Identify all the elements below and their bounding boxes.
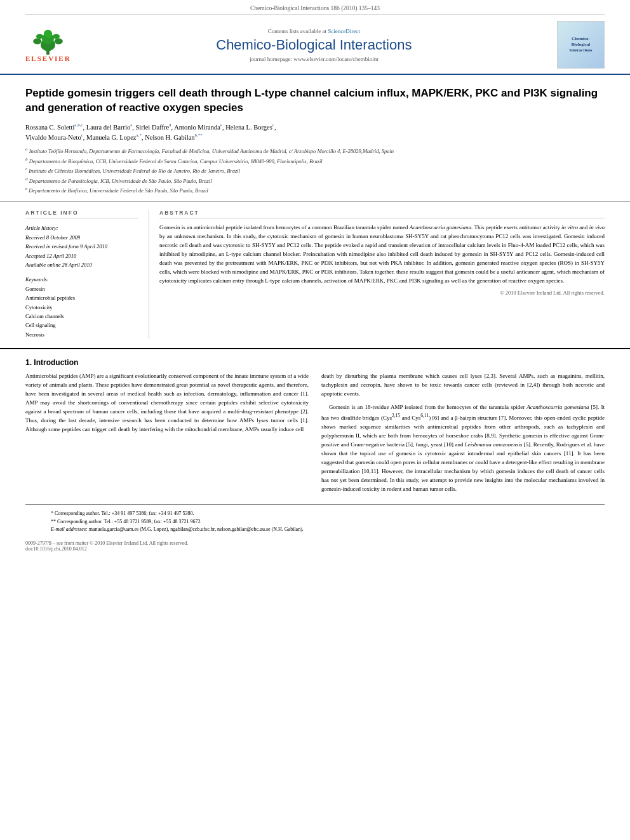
footnote-1: * Corresponding author. Tel.: +34 91 497… [51,510,579,517]
available-date: Available online 28 April 2010 [25,260,138,269]
body-col-right: death by disturbing the plasma membrane … [321,372,605,498]
intro-para-2: death by disturbing the plasma membrane … [321,372,605,399]
affiliation-d: d Departamento de Parasitologia, ICB, Un… [25,176,605,185]
abstract-col: ABSTRACT Gomesin is an antimicrobial pep… [149,210,605,339]
footer-bottom: 0009-2797/$ – see front matter © 2010 El… [0,538,630,554]
elsevier-wordmark: ELSEVIER [25,55,71,62]
science-direct-link[interactable]: ScienceDirect [328,28,359,34]
keyword-1: Gomesin [25,284,138,293]
keywords-label: Keywords: [25,276,138,283]
affiliation-e: e Departamento de Biofísica, Universidad… [25,185,605,195]
keyword-6: Necrosis [25,330,138,339]
keyword-2: Antimicrobial peptides [25,293,138,302]
journal-citation-bar: Chemico-Biological Interactions 186 (201… [25,0,605,15]
copyright: © 2010 Elsevier Ireland Ltd. All rights … [159,290,605,296]
journal-logo-text: Chemico-BiologicalInteractions [566,34,594,56]
body-col-left: Antimicrobial peptides (AMP) are a signi… [25,372,309,498]
contents-available: Contents lists available at ScienceDirec… [84,28,544,34]
abstract-text: Gomesin is an antimicrobial peptide isol… [159,223,605,286]
history-label: Article history: [25,223,138,232]
intro-para-3: Gomesin is an 18-residue AMP isolated fr… [321,403,605,493]
svg-point-6 [36,34,43,39]
affiliation-c: c Instituto de Ciências Biomédicas, Univ… [25,166,605,175]
svg-point-7 [53,34,60,39]
accepted-date: Accepted 12 April 2010 [25,251,138,260]
authors: Rossana C. Solettia,b,c, Laura del Barri… [25,122,605,143]
keyword-4: Calcium channels [25,312,138,321]
svg-point-4 [33,38,41,44]
received-date: Received 8 October 2009 [25,233,138,242]
elsevier-logo: ELSEVIER [25,28,71,62]
journal-header: ELSEVIER Contents lists available at Sci… [0,15,630,75]
intro-title: 1. Introduction [25,358,605,367]
page: Chemico-Biological Interactions 186 (201… [0,0,630,840]
footer-notes: * Corresponding author. Tel.: +34 91 497… [25,504,605,537]
journal-citation: Chemico-Biological Interactions 186 (201… [250,5,380,11]
introduction-section: 1. Introduction [0,348,630,367]
svg-point-5 [55,38,63,44]
footnote-2: ** Corresponding author. Tel.: +55 48 37… [51,518,579,526]
footer-license: 0009-2797/$ – see front matter © 2010 El… [25,540,605,546]
revised-date: Received in revised form 9 April 2010 [25,242,138,251]
journal-header-center: Contents lists available at ScienceDirec… [71,28,557,62]
keywords-list: Gomesin Antimicrobial peptides Cytotoxic… [25,284,138,340]
svg-point-3 [44,29,52,37]
body-text: Antimicrobial peptides (AMP) are a signi… [0,372,630,498]
footer-doi: doi:10.1016/j.cbi.2010.04.012 [25,546,605,552]
keyword-3: Cytotoxicity [25,303,138,312]
footnote-email: E-mail addresses: manuela.garcia@uam.es … [51,526,579,533]
article-info-abstract: ARTICLE INFO Article history: Received 8… [0,201,630,339]
journal-logo-box: Chemico-BiologicalInteractions [557,21,605,69]
article-info-label: ARTICLE INFO [25,210,138,218]
abstract-label: ABSTRACT [159,210,605,218]
affiliation-a: a Instituto Teófilo Hernando, Departamen… [25,146,605,156]
article-history: Article history: Received 8 October 2009… [25,223,138,269]
journal-homepage: journal homepage: www.elsevier.com/locat… [84,56,544,62]
affiliations: a Instituto Teófilo Hernando, Departamen… [25,146,605,195]
elsevier-tree-icon [30,28,65,55]
article-title: Peptide gomesin triggers cell death thro… [25,86,605,116]
journal-title: Chemico-Biological Interactions [84,37,544,53]
article-header: Peptide gomesin triggers cell death thro… [0,75,630,195]
affiliation-b: b Departamento de Bioquímica, CCB, Unive… [25,156,605,166]
intro-para-1: Antimicrobial peptides (AMP) are a signi… [25,372,309,434]
article-info-col: ARTICLE INFO Article history: Received 8… [25,210,149,339]
keyword-5: Cell signaling [25,321,138,330]
